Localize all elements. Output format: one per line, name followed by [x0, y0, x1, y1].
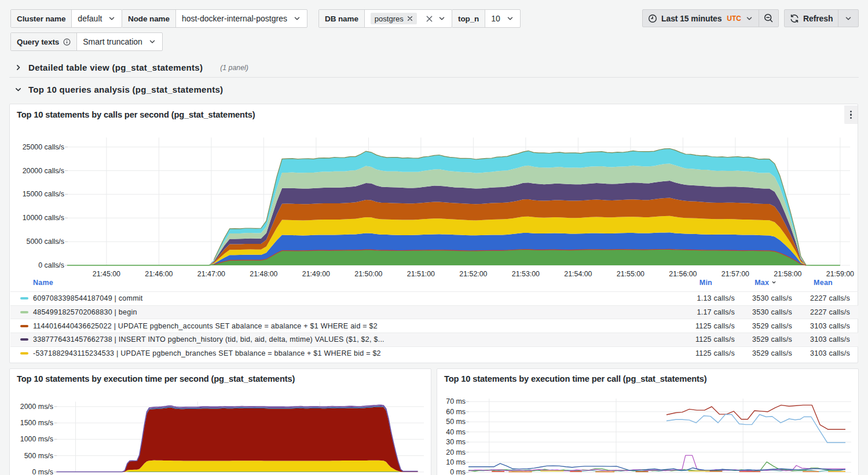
svg-text:21:52:00: 21:52:00 — [459, 270, 487, 278]
svg-text:21:50:00: 21:50:00 — [354, 270, 382, 278]
svg-text:21:46:00: 21:46:00 — [145, 270, 173, 278]
svg-text:21:58:00: 21:58:00 — [774, 270, 801, 278]
svg-text:21:59:00: 21:59:00 — [826, 270, 854, 278]
svg-text:5000 calls/s: 5000 calls/s — [27, 237, 64, 246]
svg-text:50 ms: 50 ms — [446, 418, 466, 426]
svg-text:20000 calls/s: 20000 calls/s — [23, 167, 64, 175]
svg-text:21:48:00: 21:48:00 — [250, 270, 277, 278]
svg-text:20 ms: 20 ms — [446, 448, 466, 456]
svg-text:21:57:00: 21:57:00 — [721, 270, 749, 278]
svg-text:0 ms: 0 ms — [450, 468, 466, 475]
svg-text:0 ms/s: 0 ms/s — [32, 468, 54, 475]
svg-text:15000 calls/s: 15000 calls/s — [23, 190, 64, 198]
svg-text:30 ms: 30 ms — [446, 438, 466, 446]
svg-text:60 ms: 60 ms — [446, 408, 466, 416]
svg-text:21:53:00: 21:53:00 — [512, 270, 540, 278]
svg-text:0 calls/s: 0 calls/s — [38, 261, 64, 269]
svg-text:21:45:00: 21:45:00 — [93, 270, 120, 278]
svg-text:2000 ms/s: 2000 ms/s — [20, 403, 53, 411]
svg-text:10000 calls/s: 10000 calls/s — [23, 214, 64, 222]
svg-text:21:55:00: 21:55:00 — [617, 270, 644, 278]
svg-text:500 ms/s: 500 ms/s — [24, 452, 53, 460]
svg-text:21:47:00: 21:47:00 — [197, 270, 225, 278]
svg-text:1500 ms/s: 1500 ms/s — [20, 419, 53, 427]
svg-text:1000 ms/s: 1000 ms/s — [20, 435, 53, 443]
svg-text:40 ms: 40 ms — [446, 428, 466, 436]
svg-text:21:51:00: 21:51:00 — [407, 270, 435, 278]
svg-text:70 ms: 70 ms — [446, 397, 466, 405]
svg-text:21:56:00: 21:56:00 — [669, 270, 697, 278]
svg-text:21:54:00: 21:54:00 — [564, 270, 592, 278]
svg-text:21:49:00: 21:49:00 — [302, 270, 330, 278]
svg-text:10 ms: 10 ms — [446, 458, 466, 466]
svg-text:25000 calls/s: 25000 calls/s — [23, 143, 64, 151]
